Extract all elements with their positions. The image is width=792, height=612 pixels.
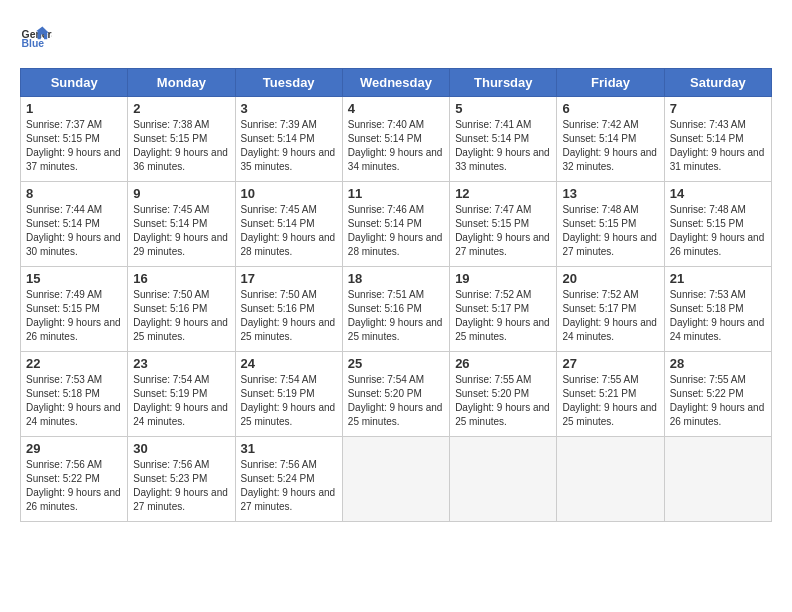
calendar-day-cell: 23 Sunrise: 7:54 AM Sunset: 5:19 PM Dayl… <box>128 352 235 437</box>
day-number: 31 <box>241 441 337 456</box>
day-info: Sunrise: 7:46 AM Sunset: 5:14 PM Dayligh… <box>348 203 444 259</box>
day-number: 17 <box>241 271 337 286</box>
day-info: Sunrise: 7:38 AM Sunset: 5:15 PM Dayligh… <box>133 118 229 174</box>
day-number: 25 <box>348 356 444 371</box>
calendar-day-header: Tuesday <box>235 69 342 97</box>
logo: General Blue <box>20 20 52 52</box>
calendar-day-cell: 15 Sunrise: 7:49 AM Sunset: 5:15 PM Dayl… <box>21 267 128 352</box>
calendar-empty-cell <box>342 437 449 522</box>
day-info: Sunrise: 7:47 AM Sunset: 5:15 PM Dayligh… <box>455 203 551 259</box>
day-info: Sunrise: 7:37 AM Sunset: 5:15 PM Dayligh… <box>26 118 122 174</box>
calendar-day-cell: 11 Sunrise: 7:46 AM Sunset: 5:14 PM Dayl… <box>342 182 449 267</box>
calendar-week-row: 1 Sunrise: 7:37 AM Sunset: 5:15 PM Dayli… <box>21 97 772 182</box>
day-number: 29 <box>26 441 122 456</box>
calendar-day-cell: 4 Sunrise: 7:40 AM Sunset: 5:14 PM Dayli… <box>342 97 449 182</box>
day-number: 20 <box>562 271 658 286</box>
calendar-empty-cell <box>557 437 664 522</box>
day-info: Sunrise: 7:50 AM Sunset: 5:16 PM Dayligh… <box>241 288 337 344</box>
calendar-day-cell: 19 Sunrise: 7:52 AM Sunset: 5:17 PM Dayl… <box>450 267 557 352</box>
day-number: 3 <box>241 101 337 116</box>
day-info: Sunrise: 7:54 AM Sunset: 5:19 PM Dayligh… <box>133 373 229 429</box>
calendar-day-cell: 25 Sunrise: 7:54 AM Sunset: 5:20 PM Dayl… <box>342 352 449 437</box>
day-number: 8 <box>26 186 122 201</box>
day-info: Sunrise: 7:51 AM Sunset: 5:16 PM Dayligh… <box>348 288 444 344</box>
calendar-day-cell: 28 Sunrise: 7:55 AM Sunset: 5:22 PM Dayl… <box>664 352 771 437</box>
day-info: Sunrise: 7:53 AM Sunset: 5:18 PM Dayligh… <box>26 373 122 429</box>
day-number: 27 <box>562 356 658 371</box>
calendar-day-header: Friday <box>557 69 664 97</box>
calendar-day-cell: 7 Sunrise: 7:43 AM Sunset: 5:14 PM Dayli… <box>664 97 771 182</box>
calendar-day-cell: 10 Sunrise: 7:45 AM Sunset: 5:14 PM Dayl… <box>235 182 342 267</box>
day-number: 9 <box>133 186 229 201</box>
day-info: Sunrise: 7:56 AM Sunset: 5:23 PM Dayligh… <box>133 458 229 514</box>
calendar-day-cell: 1 Sunrise: 7:37 AM Sunset: 5:15 PM Dayli… <box>21 97 128 182</box>
calendar-day-cell: 29 Sunrise: 7:56 AM Sunset: 5:22 PM Dayl… <box>21 437 128 522</box>
day-info: Sunrise: 7:44 AM Sunset: 5:14 PM Dayligh… <box>26 203 122 259</box>
calendar-day-cell: 21 Sunrise: 7:53 AM Sunset: 5:18 PM Dayl… <box>664 267 771 352</box>
day-info: Sunrise: 7:48 AM Sunset: 5:15 PM Dayligh… <box>670 203 766 259</box>
calendar-week-row: 8 Sunrise: 7:44 AM Sunset: 5:14 PM Dayli… <box>21 182 772 267</box>
calendar-day-cell: 6 Sunrise: 7:42 AM Sunset: 5:14 PM Dayli… <box>557 97 664 182</box>
calendar-day-cell: 5 Sunrise: 7:41 AM Sunset: 5:14 PM Dayli… <box>450 97 557 182</box>
calendar-day-cell: 13 Sunrise: 7:48 AM Sunset: 5:15 PM Dayl… <box>557 182 664 267</box>
calendar-day-cell: 17 Sunrise: 7:50 AM Sunset: 5:16 PM Dayl… <box>235 267 342 352</box>
day-number: 28 <box>670 356 766 371</box>
day-info: Sunrise: 7:55 AM Sunset: 5:20 PM Dayligh… <box>455 373 551 429</box>
calendar-day-header: Saturday <box>664 69 771 97</box>
day-info: Sunrise: 7:55 AM Sunset: 5:22 PM Dayligh… <box>670 373 766 429</box>
calendar-day-cell: 22 Sunrise: 7:53 AM Sunset: 5:18 PM Dayl… <box>21 352 128 437</box>
day-number: 4 <box>348 101 444 116</box>
calendar-day-header: Thursday <box>450 69 557 97</box>
calendar-day-cell: 16 Sunrise: 7:50 AM Sunset: 5:16 PM Dayl… <box>128 267 235 352</box>
day-number: 11 <box>348 186 444 201</box>
day-info: Sunrise: 7:43 AM Sunset: 5:14 PM Dayligh… <box>670 118 766 174</box>
day-number: 5 <box>455 101 551 116</box>
svg-text:Blue: Blue <box>22 38 45 49</box>
calendar-day-header: Monday <box>128 69 235 97</box>
calendar-week-row: 29 Sunrise: 7:56 AM Sunset: 5:22 PM Dayl… <box>21 437 772 522</box>
day-number: 30 <box>133 441 229 456</box>
day-number: 24 <box>241 356 337 371</box>
day-info: Sunrise: 7:49 AM Sunset: 5:15 PM Dayligh… <box>26 288 122 344</box>
day-info: Sunrise: 7:56 AM Sunset: 5:22 PM Dayligh… <box>26 458 122 514</box>
day-number: 19 <box>455 271 551 286</box>
day-number: 15 <box>26 271 122 286</box>
calendar-day-cell: 30 Sunrise: 7:56 AM Sunset: 5:23 PM Dayl… <box>128 437 235 522</box>
day-number: 18 <box>348 271 444 286</box>
calendar-day-cell: 12 Sunrise: 7:47 AM Sunset: 5:15 PM Dayl… <box>450 182 557 267</box>
calendar-day-header: Wednesday <box>342 69 449 97</box>
calendar-day-cell: 8 Sunrise: 7:44 AM Sunset: 5:14 PM Dayli… <box>21 182 128 267</box>
day-number: 7 <box>670 101 766 116</box>
calendar-day-cell: 2 Sunrise: 7:38 AM Sunset: 5:15 PM Dayli… <box>128 97 235 182</box>
logo-icon: General Blue <box>20 20 52 52</box>
calendar-empty-cell <box>450 437 557 522</box>
day-info: Sunrise: 7:56 AM Sunset: 5:24 PM Dayligh… <box>241 458 337 514</box>
day-number: 2 <box>133 101 229 116</box>
day-info: Sunrise: 7:40 AM Sunset: 5:14 PM Dayligh… <box>348 118 444 174</box>
calendar-day-cell: 14 Sunrise: 7:48 AM Sunset: 5:15 PM Dayl… <box>664 182 771 267</box>
day-number: 10 <box>241 186 337 201</box>
calendar-day-cell: 27 Sunrise: 7:55 AM Sunset: 5:21 PM Dayl… <box>557 352 664 437</box>
day-number: 6 <box>562 101 658 116</box>
day-info: Sunrise: 7:52 AM Sunset: 5:17 PM Dayligh… <box>455 288 551 344</box>
calendar-day-header: Sunday <box>21 69 128 97</box>
day-info: Sunrise: 7:53 AM Sunset: 5:18 PM Dayligh… <box>670 288 766 344</box>
day-info: Sunrise: 7:39 AM Sunset: 5:14 PM Dayligh… <box>241 118 337 174</box>
day-info: Sunrise: 7:55 AM Sunset: 5:21 PM Dayligh… <box>562 373 658 429</box>
calendar-day-cell: 20 Sunrise: 7:52 AM Sunset: 5:17 PM Dayl… <box>557 267 664 352</box>
calendar-table: SundayMondayTuesdayWednesdayThursdayFrid… <box>20 68 772 522</box>
day-number: 16 <box>133 271 229 286</box>
calendar-day-cell: 3 Sunrise: 7:39 AM Sunset: 5:14 PM Dayli… <box>235 97 342 182</box>
calendar-day-cell: 26 Sunrise: 7:55 AM Sunset: 5:20 PM Dayl… <box>450 352 557 437</box>
calendar-week-row: 22 Sunrise: 7:53 AM Sunset: 5:18 PM Dayl… <box>21 352 772 437</box>
day-info: Sunrise: 7:54 AM Sunset: 5:20 PM Dayligh… <box>348 373 444 429</box>
day-number: 21 <box>670 271 766 286</box>
calendar-day-cell: 9 Sunrise: 7:45 AM Sunset: 5:14 PM Dayli… <box>128 182 235 267</box>
day-number: 12 <box>455 186 551 201</box>
day-info: Sunrise: 7:48 AM Sunset: 5:15 PM Dayligh… <box>562 203 658 259</box>
calendar-day-cell: 31 Sunrise: 7:56 AM Sunset: 5:24 PM Dayl… <box>235 437 342 522</box>
day-info: Sunrise: 7:50 AM Sunset: 5:16 PM Dayligh… <box>133 288 229 344</box>
day-number: 14 <box>670 186 766 201</box>
day-number: 1 <box>26 101 122 116</box>
calendar-day-cell: 18 Sunrise: 7:51 AM Sunset: 5:16 PM Dayl… <box>342 267 449 352</box>
